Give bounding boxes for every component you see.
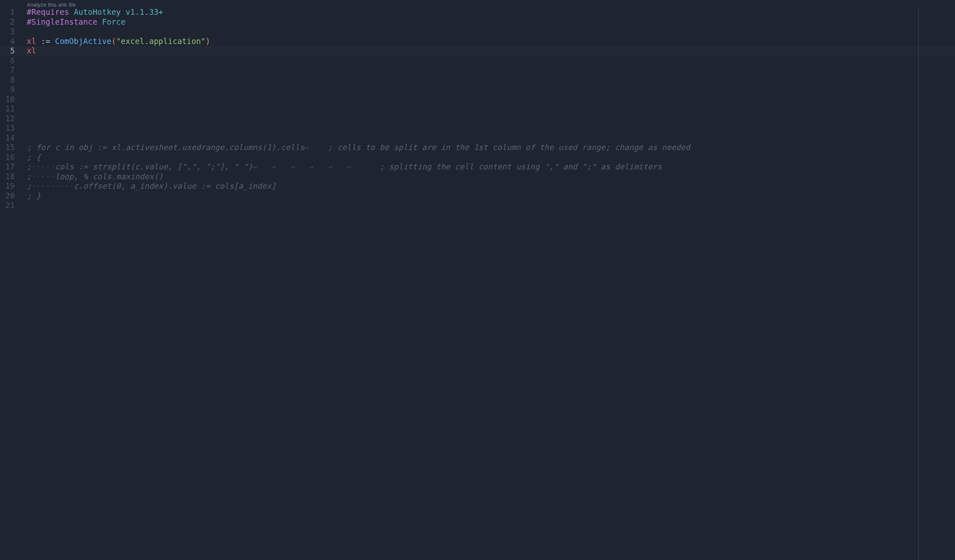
code-token: xl bbox=[27, 46, 36, 55]
code-token bbox=[97, 17, 102, 26]
line-number: 21 bbox=[0, 201, 15, 211]
code-token: c.offset(0, a_index).value := cols[a_ind… bbox=[74, 181, 276, 190]
code-editor[interactable]: 123456789101112131415161718192021 #Requi… bbox=[0, 7, 955, 560]
line-number: 4 bbox=[0, 37, 15, 46]
code-token bbox=[69, 7, 74, 16]
code-token: ; { bbox=[27, 153, 41, 162]
code-line[interactable]: #Requires AutoHotkey v1.1.33+ bbox=[27, 7, 955, 17]
code-line[interactable] bbox=[27, 201, 955, 211]
code-token: AutoHotkey bbox=[74, 7, 121, 16]
line-number: 1 bbox=[0, 7, 15, 17]
code-token: ; for c in obj := xl.activesheet.usedran… bbox=[27, 143, 304, 152]
code-token: ····· bbox=[31, 162, 55, 171]
line-number-gutter: 123456789101112131415161718192021 bbox=[0, 7, 21, 211]
code-token: ComObjActive bbox=[55, 37, 111, 46]
line-number: 3 bbox=[0, 27, 15, 37]
code-token: v1.1.33+ bbox=[125, 7, 163, 16]
code-token: ; bbox=[27, 162, 31, 171]
code-token: ········· bbox=[31, 181, 74, 190]
code-content[interactable]: #Requires AutoHotkey v1.1.33+#SingleInst… bbox=[27, 7, 955, 211]
code-token: ; } bbox=[27, 191, 41, 200]
code-token: ; cells to be split are in the 1st colum… bbox=[309, 143, 690, 152]
code-token: "excel.application" bbox=[116, 37, 205, 46]
code-token: ↦ → → → → → bbox=[253, 162, 366, 171]
line-number: 19 bbox=[0, 181, 15, 191]
line-number: 10 bbox=[0, 95, 15, 104]
code-token: cols := strsplit(c.value, [",", ";"], " … bbox=[55, 162, 253, 171]
line-number: 7 bbox=[0, 65, 15, 75]
code-token: ; splitting the cell content using "," a… bbox=[366, 162, 662, 171]
line-number: 6 bbox=[0, 56, 15, 66]
code-token: ( bbox=[111, 37, 116, 46]
code-line[interactable]: ;·····cols := strsplit(c.value, [",", ";… bbox=[27, 162, 955, 172]
code-token: ; bbox=[27, 172, 31, 181]
code-line[interactable] bbox=[27, 95, 955, 104]
code-token: loop, % cols.maxindex() bbox=[55, 172, 163, 181]
code-line[interactable]: #SingleInstance Force bbox=[27, 17, 955, 27]
code-line[interactable] bbox=[27, 75, 955, 85]
line-number: 11 bbox=[0, 104, 15, 114]
code-line[interactable] bbox=[27, 114, 955, 124]
code-line[interactable] bbox=[27, 104, 955, 114]
code-line[interactable]: ;·····loop, % cols.maxindex() bbox=[27, 172, 955, 182]
code-line[interactable]: ; for c in obj := xl.activesheet.usedran… bbox=[27, 143, 955, 153]
code-token bbox=[36, 37, 41, 46]
code-line[interactable]: ; { bbox=[27, 153, 955, 162]
line-number: 13 bbox=[0, 123, 15, 133]
code-token: ; bbox=[27, 181, 31, 190]
line-number: 15 bbox=[0, 143, 15, 153]
code-token bbox=[50, 37, 55, 46]
code-line[interactable] bbox=[27, 133, 955, 143]
code-token: := bbox=[41, 37, 50, 46]
code-token: #Requires bbox=[27, 7, 69, 16]
line-number: 9 bbox=[0, 85, 15, 95]
code-token: ) bbox=[206, 37, 210, 46]
line-number: 8 bbox=[0, 75, 15, 85]
line-number: 12 bbox=[0, 114, 15, 124]
code-line[interactable]: xl bbox=[0, 46, 955, 56]
code-line[interactable]: xl := ComObjActive("excel.application") bbox=[27, 37, 955, 46]
line-number: 20 bbox=[0, 191, 15, 201]
code-token: Force bbox=[102, 17, 125, 26]
code-line[interactable] bbox=[27, 65, 955, 75]
code-token: ····· bbox=[31, 172, 55, 181]
code-line[interactable] bbox=[27, 56, 955, 66]
code-line[interactable]: ;·········c.offset(0, a_index).value := … bbox=[27, 181, 955, 191]
code-token: xl bbox=[27, 37, 36, 46]
code-token bbox=[121, 7, 125, 16]
line-number: 17 bbox=[0, 162, 15, 172]
line-number: 2 bbox=[0, 17, 15, 27]
code-token: ↦ bbox=[304, 143, 309, 152]
line-number: 18 bbox=[0, 172, 15, 182]
code-line[interactable] bbox=[27, 85, 955, 95]
code-line[interactable]: ; } bbox=[27, 191, 955, 201]
line-number: 14 bbox=[0, 133, 15, 143]
code-line[interactable] bbox=[27, 123, 955, 133]
code-line[interactable] bbox=[27, 27, 955, 37]
line-number: 16 bbox=[0, 153, 15, 162]
code-token: #SingleInstance bbox=[27, 17, 97, 26]
